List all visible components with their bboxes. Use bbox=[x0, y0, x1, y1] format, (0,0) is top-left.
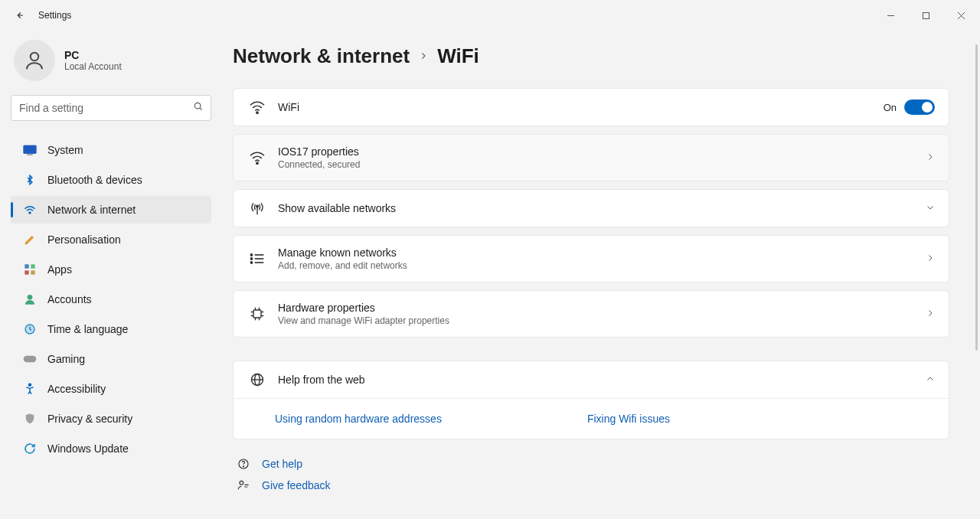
svg-point-10 bbox=[29, 212, 31, 214]
svg-point-23 bbox=[250, 254, 252, 256]
update-icon bbox=[23, 442, 37, 455]
privacy-icon bbox=[23, 413, 37, 425]
row-sub: Connected, secured bbox=[278, 159, 926, 170]
svg-point-6 bbox=[194, 103, 201, 109]
search-input[interactable] bbox=[11, 95, 211, 121]
close-button[interactable] bbox=[943, 3, 978, 28]
system-icon bbox=[23, 145, 37, 155]
breadcrumb: Network & internet WiFi bbox=[233, 44, 949, 68]
sidebar-item-gaming[interactable]: Gaming bbox=[11, 345, 211, 373]
row-title: Manage known networks bbox=[278, 246, 926, 259]
svg-rect-8 bbox=[24, 145, 37, 154]
sidebar-item-label: Personalisation bbox=[47, 233, 121, 246]
svg-rect-11 bbox=[24, 264, 28, 268]
help-link-fixing-wifi[interactable]: Fixing Wifi issues bbox=[587, 413, 670, 425]
chevron-right-icon bbox=[419, 48, 428, 64]
row-sub: View and manage WiFi adapter properties bbox=[278, 315, 926, 326]
scrollbar[interactable] bbox=[975, 44, 978, 351]
wifi-icon bbox=[247, 100, 267, 114]
give-feedback-link[interactable]: Give feedback bbox=[233, 479, 949, 491]
sidebar-item-label: Bluetooth & devices bbox=[47, 174, 142, 186]
avatar bbox=[14, 40, 55, 81]
get-help-label: Get help bbox=[262, 458, 302, 470]
help-from-web-section: Help from the web Using random hardware … bbox=[233, 361, 949, 439]
sidebar-item-accounts[interactable]: Accounts bbox=[11, 286, 211, 313]
sidebar-item-personalisation[interactable]: Personalisation bbox=[11, 226, 211, 253]
feedback-icon bbox=[236, 479, 251, 491]
svg-rect-2 bbox=[923, 12, 929, 18]
hardware-properties-row[interactable]: Hardware properties View and manage WiFi… bbox=[233, 290, 949, 338]
breadcrumb-parent[interactable]: Network & internet bbox=[233, 44, 410, 68]
sidebar-item-label: System bbox=[47, 144, 83, 156]
sidebar-item-bluetooth[interactable]: Bluetooth & devices bbox=[11, 166, 211, 194]
svg-point-20 bbox=[256, 162, 258, 164]
search-icon bbox=[193, 101, 204, 115]
wifi-connected-icon bbox=[247, 151, 267, 165]
svg-rect-17 bbox=[24, 356, 37, 362]
maximize-button[interactable] bbox=[908, 3, 943, 28]
svg-point-18 bbox=[28, 384, 31, 386]
sidebar-item-system[interactable]: System bbox=[11, 136, 211, 164]
list-icon bbox=[247, 253, 267, 265]
sidebar-item-label: Gaming bbox=[47, 353, 85, 365]
svg-line-7 bbox=[200, 108, 202, 110]
bluetooth-icon bbox=[23, 174, 37, 186]
sidebar-item-update[interactable]: Windows Update bbox=[11, 435, 211, 462]
svg-point-19 bbox=[256, 112, 258, 113]
sidebar-item-time[interactable]: Time & language bbox=[11, 315, 211, 343]
sidebar-item-label: Accounts bbox=[47, 293, 92, 305]
chevron-right-icon bbox=[926, 151, 935, 165]
user-sub: Local Account bbox=[64, 61, 122, 72]
svg-rect-13 bbox=[24, 270, 28, 274]
known-networks-row[interactable]: Manage known networks Add, remove, and e… bbox=[233, 235, 949, 282]
page-title: WiFi bbox=[437, 44, 479, 68]
svg-rect-12 bbox=[31, 264, 34, 268]
sidebar-item-label: Accessibility bbox=[47, 383, 106, 395]
svg-point-43 bbox=[240, 481, 243, 485]
globe-icon bbox=[247, 372, 267, 387]
minimize-button[interactable] bbox=[873, 3, 908, 28]
apps-icon bbox=[23, 263, 37, 276]
svg-rect-29 bbox=[253, 310, 261, 318]
help-header[interactable]: Help from the web bbox=[234, 361, 949, 398]
chevron-down-icon bbox=[926, 201, 935, 215]
help-icon bbox=[236, 458, 251, 470]
wifi-label: WiFi bbox=[278, 101, 884, 113]
get-help-link[interactable]: Get help bbox=[233, 458, 949, 470]
svg-point-25 bbox=[250, 258, 252, 260]
sidebar-item-label: Windows Update bbox=[47, 442, 129, 455]
sidebar-item-label: Privacy & security bbox=[47, 413, 132, 425]
row-sub: Add, remove, and edit networks bbox=[278, 260, 926, 271]
available-networks-row[interactable]: Show available networks bbox=[233, 189, 949, 227]
feedback-label: Give feedback bbox=[262, 479, 331, 491]
back-button[interactable] bbox=[14, 10, 24, 21]
sidebar-item-label: Apps bbox=[47, 263, 72, 276]
sidebar-item-label: Network & internet bbox=[47, 204, 136, 216]
sidebar-item-label: Time & language bbox=[47, 323, 128, 335]
help-title: Help from the web bbox=[278, 374, 926, 386]
row-title: Hardware properties bbox=[278, 302, 926, 314]
svg-point-22 bbox=[256, 205, 259, 207]
chip-icon bbox=[247, 306, 267, 322]
accessibility-icon bbox=[23, 383, 37, 395]
svg-point-15 bbox=[28, 295, 33, 300]
chevron-right-icon bbox=[926, 307, 935, 321]
svg-point-27 bbox=[250, 262, 252, 263]
svg-point-5 bbox=[31, 53, 39, 61]
wifi-toggle[interactable] bbox=[904, 100, 935, 115]
personalisation-icon bbox=[23, 233, 37, 246]
window-title: Settings bbox=[38, 10, 71, 21]
wifi-properties-row[interactable]: IOS17 properties Connected, secured bbox=[233, 134, 949, 181]
sidebar-item-apps[interactable]: Apps bbox=[11, 256, 211, 283]
chevron-right-icon bbox=[926, 252, 935, 266]
accounts-icon bbox=[23, 293, 37, 305]
network-icon bbox=[23, 204, 37, 215]
user-block[interactable]: PC Local Account bbox=[11, 40, 211, 81]
time-icon bbox=[23, 323, 37, 335]
sidebar-item-accessibility[interactable]: Accessibility bbox=[11, 375, 211, 403]
sidebar-item-privacy[interactable]: Privacy & security bbox=[11, 405, 211, 432]
sidebar-item-network[interactable]: Network & internet bbox=[11, 196, 211, 224]
user-name: PC bbox=[64, 49, 122, 61]
row-title: Show available networks bbox=[278, 202, 926, 214]
help-link-random-hw[interactable]: Using random hardware addresses bbox=[275, 413, 442, 425]
